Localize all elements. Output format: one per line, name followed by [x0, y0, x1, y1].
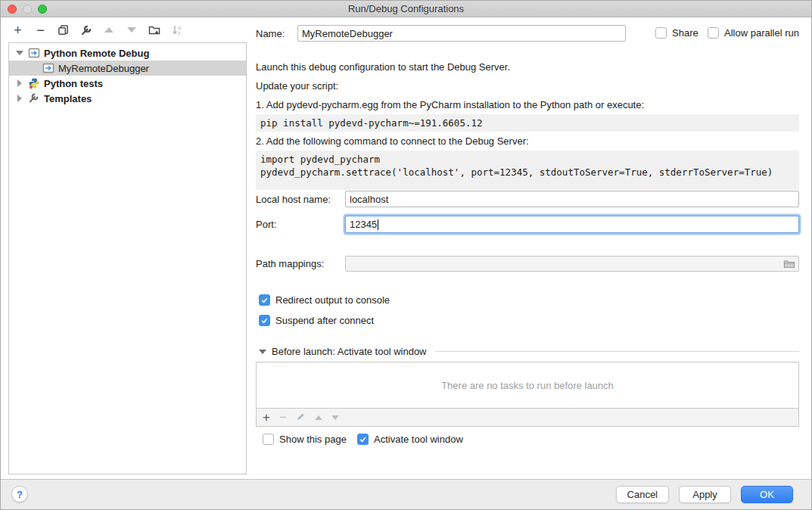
remote-debug-config-icon	[28, 47, 40, 59]
help-button[interactable]: ?	[11, 486, 28, 502]
allow-parallel-run-label: Allow parallel run	[724, 27, 799, 39]
titlebar: Run/Debug Configurations	[1, 1, 811, 17]
port-label: Port:	[256, 219, 276, 230]
before-launch-section-header[interactable]: Before launch: Activate tool window	[259, 346, 799, 357]
update-script-text: Update your script:	[256, 80, 338, 92]
intro-text: Launch this debug configuration to start…	[256, 61, 510, 73]
tree-item-label: Python tests	[44, 78, 103, 89]
copy-configuration-icon[interactable]	[57, 23, 70, 36]
sort-configurations-icon: az	[170, 23, 183, 36]
step2-text: 2. Add the following command to connect …	[256, 135, 529, 147]
configurations-sidebar: + − az Python Remote Debu	[1, 17, 256, 479]
expand-icon[interactable]	[15, 79, 24, 87]
tree-item-myremotedebugger[interactable]: MyRemoteDebugger	[9, 61, 246, 76]
edit-defaults-wrench-icon[interactable]	[79, 23, 92, 36]
browse-folder-icon[interactable]	[783, 258, 795, 270]
move-down-icon	[125, 23, 138, 36]
suspend-after-connect-label: Suspend after connect	[275, 315, 374, 326]
apply-button[interactable]: Apply	[679, 486, 731, 503]
expand-icon[interactable]	[15, 95, 24, 102]
remove-configuration-icon[interactable]: −	[34, 23, 47, 36]
question-mark-icon: ?	[17, 489, 23, 500]
move-task-up-icon	[315, 415, 322, 420]
show-this-page-label: Show this page	[279, 434, 347, 445]
remove-task-icon: −	[279, 411, 287, 424]
settrace-code-block: import pydevd_pycharmpydevd_pycharm.sett…	[256, 151, 799, 190]
show-this-page-checkbox[interactable]: Show this page	[263, 434, 347, 445]
allow-parallel-run-checkbox[interactable]: Allow parallel run	[708, 27, 799, 39]
tree-item-python-tests[interactable]: Python tests	[9, 76, 246, 91]
section-separator-line	[435, 351, 799, 352]
window-title: Run/Debug Configurations	[348, 3, 464, 14]
step1-text: 1. Add pydevd-pycharm.egg from the PyCha…	[256, 99, 644, 110]
configuration-editor: Name: Share Allow parallel run Launch th…	[256, 17, 811, 479]
activate-tool-window-checkbox[interactable]: Activate tool window	[357, 434, 463, 445]
port-value: 12345	[350, 219, 377, 230]
configurations-toolbar: + − az	[1, 17, 256, 42]
svg-text:z: z	[178, 30, 181, 36]
name-input[interactable]	[297, 25, 626, 42]
move-up-icon	[102, 23, 115, 36]
collapse-icon[interactable]	[15, 51, 24, 55]
suspend-after-connect-checkbox[interactable]: Suspend after connect	[259, 315, 374, 326]
configurations-tree: Python Remote Debug MyRemoteDebugger Pyt…	[8, 42, 247, 474]
tasks-empty-text: There are no tasks to run before launch	[441, 380, 614, 391]
python-tests-icon	[28, 77, 40, 89]
text-caret	[378, 219, 378, 230]
tasks-toolbar: + −	[256, 409, 799, 427]
ok-button[interactable]: OK	[741, 486, 793, 503]
local-host-name-label: Local host name:	[256, 194, 331, 205]
remote-debug-config-icon	[42, 62, 54, 74]
move-task-down-icon	[331, 415, 339, 420]
new-folder-icon[interactable]	[148, 23, 160, 36]
pip-install-code-block: pip install pydevd-pycharm~=191.6605.12	[256, 114, 799, 132]
tree-item-templates[interactable]: Templates	[9, 91, 246, 106]
share-label: Share	[672, 27, 698, 39]
dialog-footer: ? Cancel Apply OK	[1, 479, 811, 509]
svg-text:a: a	[178, 25, 181, 30]
redirect-output-checkbox[interactable]: Redirect output to console	[259, 294, 390, 306]
zoom-window-button[interactable]	[38, 5, 47, 14]
tree-item-label: Python Remote Debug	[44, 48, 149, 59]
add-configuration-icon[interactable]: +	[11, 23, 24, 36]
minimize-window-button[interactable]	[23, 5, 32, 14]
before-launch-tasks-list: There are no tasks to run before launch	[256, 362, 799, 409]
tree-item-label: Templates	[44, 93, 92, 104]
traffic-lights	[8, 5, 47, 14]
run-debug-configurations-dialog: Run/Debug Configurations + − az	[0, 0, 812, 510]
redirect-output-label: Redirect output to console	[275, 294, 390, 306]
tree-item-label: MyRemoteDebugger	[58, 63, 149, 74]
path-mappings-label: Path mappings:	[256, 258, 324, 269]
local-host-name-input[interactable]	[345, 191, 799, 207]
port-input[interactable]: 12345	[345, 216, 799, 233]
collapse-icon[interactable]	[259, 350, 266, 354]
add-task-icon[interactable]: +	[263, 411, 270, 424]
name-label: Name:	[256, 28, 285, 39]
edit-task-icon	[296, 412, 306, 424]
cancel-button[interactable]: Cancel	[616, 486, 669, 503]
activate-tool-window-label: Activate tool window	[374, 434, 463, 445]
close-window-button[interactable]	[8, 5, 17, 14]
before-launch-title: Before launch: Activate tool window	[272, 346, 427, 357]
templates-wrench-icon	[28, 92, 40, 104]
share-checkbox[interactable]: Share	[655, 27, 698, 39]
tree-item-python-remote-debug[interactable]: Python Remote Debug	[9, 45, 246, 61]
path-mappings-input[interactable]	[345, 256, 799, 272]
